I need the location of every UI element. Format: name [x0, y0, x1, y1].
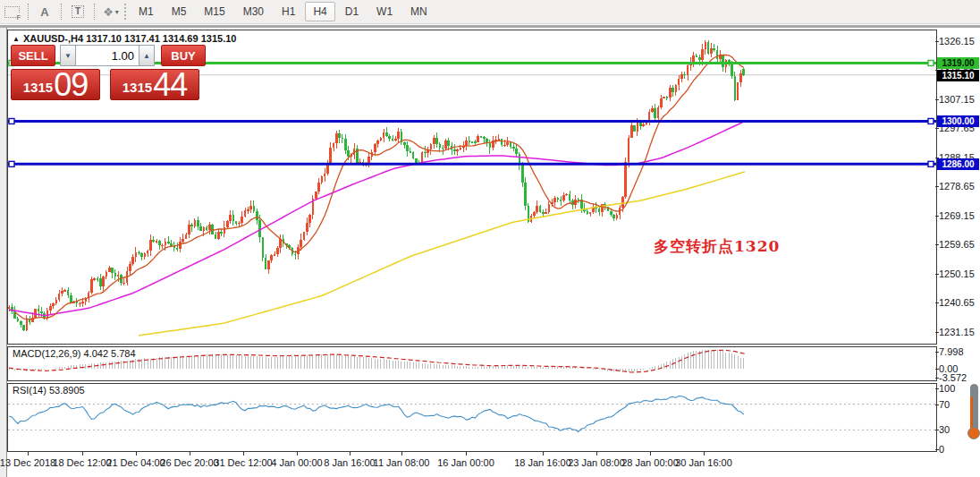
- rsi-pane[interactable]: [7, 383, 937, 452]
- macd-tick-label: 7.998: [939, 346, 980, 357]
- thermometer-icon: [967, 384, 980, 443]
- time-tick-label: 30 Jan 16:00: [670, 457, 738, 468]
- rsi-tick-mark: [935, 449, 939, 450]
- chevron-down-icon[interactable]: ▾: [115, 8, 119, 16]
- time-tick-mark: [401, 452, 402, 456]
- rsi-label: RSI(14) 53.8905: [13, 385, 85, 396]
- time-tick-mark: [350, 452, 351, 456]
- macd-tick-mark: [935, 369, 939, 370]
- macd-pane[interactable]: [7, 346, 937, 381]
- price-tick-mark: [935, 99, 939, 100]
- tf-m1[interactable]: M1: [131, 2, 162, 21]
- price-tick-label: 1278.65: [939, 181, 980, 192]
- buy-button[interactable]: BUY: [161, 45, 206, 66]
- time-tick-mark: [136, 452, 137, 456]
- price-tick-mark: [935, 186, 939, 187]
- toolbar-grip[interactable]: [124, 4, 126, 20]
- tf-mn[interactable]: MN: [402, 2, 435, 21]
- toolbar-separator: [61, 4, 62, 20]
- price-tick-label: 1307.15: [939, 94, 980, 105]
- frame-f-icon[interactable]: F: [2, 2, 21, 21]
- macd-tick-label: -3.572: [939, 372, 980, 383]
- time-tick-mark: [466, 452, 467, 456]
- one-click-trading-panel: SELL ▼ ▲ BUY 1315 09 1315 44: [11, 45, 206, 100]
- mt4-window: F A T ❖▾ M1 M5 M15 M30 H1 H4 D1 W1 MN: [0, 0, 980, 477]
- macd-tick-mark: [935, 378, 939, 379]
- sell-price-big: 09: [54, 70, 88, 99]
- time-tick-label: 11 Jan 08:00: [368, 457, 435, 468]
- text-label-icon[interactable]: T: [68, 2, 88, 21]
- price-tick-label: 1269.15: [939, 210, 980, 221]
- time-tick-mark: [190, 452, 190, 456]
- toolbar-icon-group: F A T ❖▾: [0, 0, 130, 23]
- price-tick-mark: [935, 302, 939, 303]
- tf-h1[interactable]: H1: [274, 2, 303, 21]
- time-tick-mark: [650, 452, 651, 456]
- buy-price-small: 1315: [122, 76, 152, 99]
- tf-w1[interactable]: W1: [368, 2, 401, 21]
- collapse-triangle-icon[interactable]: ▲: [13, 35, 20, 43]
- rsi-tick-mark: [935, 388, 939, 389]
- sell-button[interactable]: SELL: [11, 45, 55, 66]
- rsi-tick-label: 0: [939, 444, 980, 455]
- price-tick-mark: [935, 274, 939, 275]
- price-tick-mark: [935, 244, 939, 245]
- time-tick-label: 16 Jan 00:00: [432, 457, 500, 468]
- tf-h4[interactable]: H4: [305, 2, 334, 21]
- resistance-price-label: 1319.00: [937, 57, 979, 69]
- time-tick-mark: [543, 452, 544, 456]
- rsi-tick-mark: [935, 430, 939, 430]
- price-tick-label: 1259.65: [939, 239, 980, 250]
- macd-tick-mark: [935, 352, 939, 353]
- current-price-label: 1315.10: [937, 70, 979, 81]
- snap-diamond-icon[interactable]: ❖▾: [101, 2, 121, 21]
- toolbar: F A T ❖▾ M1 M5 M15 M30 H1 H4 D1 W1 MN: [0, 0, 980, 24]
- support2-price-label: 1286.00: [937, 158, 979, 170]
- time-tick-mark: [297, 452, 298, 456]
- buy-price-big: 44: [153, 70, 187, 99]
- price-tick-mark: [935, 41, 939, 42]
- annotate-a-icon[interactable]: A: [35, 2, 55, 21]
- left-edge-strip: [0, 28, 7, 477]
- support1-price-label: 1300.00: [937, 115, 979, 127]
- price-tick-label: 1231.15: [939, 327, 980, 337]
- time-tick-mark: [243, 452, 244, 456]
- price-tick-mark: [935, 332, 939, 333]
- tf-m30[interactable]: M30: [235, 2, 272, 21]
- price-tick-label: 1250.15: [939, 268, 980, 279]
- thermometer-fill: [970, 396, 973, 429]
- buy-quote-box[interactable]: 1315 44: [110, 69, 199, 100]
- tf-m15[interactable]: M15: [196, 2, 232, 21]
- time-tick-mark: [82, 452, 83, 456]
- volume-input[interactable]: [76, 45, 139, 66]
- price-tick-mark: [935, 216, 939, 217]
- sell-quote-box[interactable]: 1315 09: [11, 69, 100, 100]
- tf-d1[interactable]: D1: [337, 2, 367, 21]
- price-tick-label: 1240.65: [939, 297, 980, 308]
- toolbar-shadow-band: [0, 25, 980, 28]
- macd-label: MACD(12,26,9) 4.042 5.784: [13, 348, 136, 359]
- price-tick-mark: [935, 128, 939, 129]
- toolbar-separator: [94, 4, 95, 20]
- price-tick-label: 1326.15: [939, 36, 980, 47]
- sell-price-small: 1315: [23, 76, 53, 99]
- tf-m5[interactable]: M5: [164, 2, 195, 21]
- time-tick-mark: [704, 452, 705, 456]
- chart-annotation-text: 多空转折点1320: [654, 236, 780, 257]
- toolbar-separator: [28, 4, 29, 20]
- time-tick-mark: [28, 452, 29, 456]
- rsi-tick-mark: [935, 405, 939, 405]
- timeframe-buttons: M1 M5 M15 M30 H1 H4 D1 W1 MN: [130, 0, 436, 23]
- thermometer-bulb: [967, 427, 980, 439]
- time-tick-mark: [596, 452, 597, 456]
- volume-down-button[interactable]: ▼: [60, 45, 76, 66]
- volume-up-button[interactable]: ▲: [139, 45, 155, 66]
- chart-title: ▲XAUUSD-,H4 1317.10 1317.41 1314.69 1315…: [13, 33, 236, 44]
